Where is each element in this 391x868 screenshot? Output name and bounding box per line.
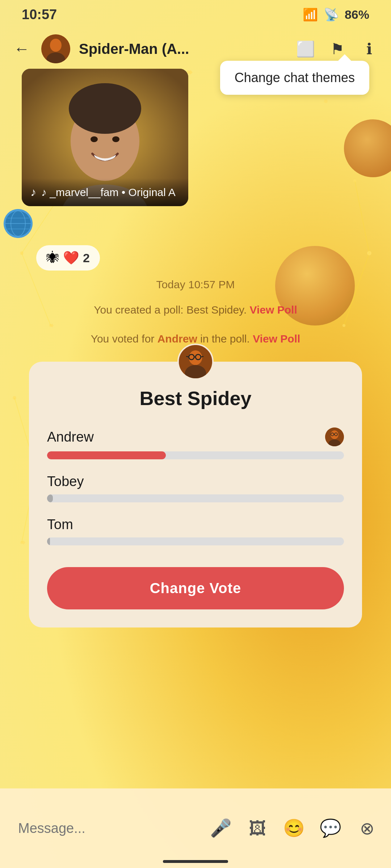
nav-actions: ⬜ ⚑ ℹ	[295, 38, 380, 60]
poll-option-andrew-name: Andrew	[47, 429, 94, 445]
poll-voted-msg: You voted for Andrew in the poll. View P…	[0, 333, 391, 345]
poll-option-tobey: Tobey	[47, 474, 344, 502]
sender-avatar-img	[4, 209, 33, 238]
video-icon: ⬜	[296, 40, 315, 58]
chat-bubble-icon: 💬	[320, 818, 341, 838]
status-time: 10:57	[22, 7, 57, 22]
poll-option-andrew: Andrew	[47, 427, 344, 459]
poll-bar-tobey-fill	[47, 494, 53, 502]
mic-button[interactable]: 🎤	[208, 815, 234, 841]
poll-option-tom-label: Tom	[47, 517, 344, 532]
music-text: ♪ _marvel__fam • Original A	[41, 186, 176, 199]
poll-voted-link[interactable]: View Poll	[253, 333, 300, 345]
sticker-button[interactable]: 😊	[281, 815, 307, 841]
poll-bar-andrew-bg	[47, 451, 344, 459]
message-input[interactable]	[11, 812, 197, 844]
chat-bubble-button[interactable]: 💬	[318, 815, 344, 841]
status-bar: 10:57 📶 📡 86%	[0, 0, 391, 29]
mic-icon: 🎤	[210, 818, 232, 838]
poll-option-tobey-label: Tobey	[47, 474, 344, 489]
video-overlay: ♪ ♪ _marvel__fam • Original A	[22, 178, 188, 206]
info-button[interactable]: ℹ	[358, 38, 380, 60]
close-button[interactable]: ⊗	[354, 815, 380, 841]
spider-emoji: 🕷	[46, 250, 59, 265]
poll-bar-tobey-bg	[47, 494, 344, 502]
heart-emoji: ❤️	[63, 250, 79, 265]
change-vote-button[interactable]: Change Vote	[47, 567, 344, 609]
poll-option-tom: Tom	[47, 517, 344, 545]
reaction-count: 2	[83, 251, 90, 265]
back-arrow-icon: ←	[14, 40, 30, 58]
poll-option-tom-name: Tom	[47, 517, 73, 532]
chat-area: ♪ ♪ _marvel__fam • Original A 🕷 ❤️ 2 Tod…	[0, 69, 391, 788]
image-icon: 🖼	[249, 818, 266, 838]
poll-card: Best Spidey Andrew	[29, 362, 362, 627]
battery-level: 86%	[345, 8, 369, 22]
reaction-bar[interactable]: 🕷 ❤️ 2	[36, 245, 100, 271]
poll-created-text: You created a poll: Best Spidey.	[94, 304, 249, 316]
poll-title: Best Spidey	[47, 387, 344, 409]
tooltip-text: Change chat themes	[235, 70, 355, 85]
info-icon: ℹ	[366, 40, 372, 58]
back-button[interactable]: ←	[11, 38, 33, 60]
svg-point-29	[112, 136, 119, 142]
close-circle-icon: ⊗	[360, 818, 374, 838]
signal-icon: 📡	[324, 7, 339, 22]
image-button[interactable]: 🖼	[244, 815, 270, 841]
poll-bar-tom-fill	[47, 537, 50, 545]
poll-option-andrew-label: Andrew	[47, 427, 344, 446]
status-icons: 📶 📡 86%	[303, 7, 369, 22]
timestamp-text: Today 10:57 PM	[156, 278, 235, 290]
sticker-icon: 😊	[283, 818, 305, 838]
svg-point-28	[91, 136, 98, 142]
tooltip: Change chat themes	[220, 61, 369, 95]
poll-voted-text: You voted for	[91, 333, 157, 345]
video-music-info: ♪ ♪ _marvel__fam • Original A	[30, 186, 180, 199]
poll-voted-name: Andrew	[157, 333, 197, 345]
music-icon: ♪	[30, 186, 36, 199]
poll-option-andrew-avatar	[325, 427, 344, 446]
wifi-icon: 📶	[303, 7, 318, 22]
input-bar: 🎤 🖼 😊 💬 ⊗	[0, 788, 391, 868]
svg-point-21	[50, 39, 62, 52]
avatar[interactable]	[41, 34, 70, 63]
sender-avatar	[4, 209, 33, 238]
poll-option-tobey-name: Tobey	[47, 474, 84, 489]
timestamp: Today 10:57 PM	[0, 278, 391, 291]
poll-bar-andrew-fill	[47, 451, 166, 459]
video-message[interactable]: ♪ ♪ _marvel__fam • Original A	[22, 69, 188, 206]
poll-bar-tom-bg	[47, 537, 344, 545]
video-call-button[interactable]: ⬜	[295, 38, 316, 60]
bottom-indicator	[163, 860, 228, 863]
poll-sender-avatar	[177, 344, 214, 380]
poll-created-msg: You created a poll: Best Spidey. View Po…	[0, 304, 391, 316]
poll-created-link[interactable]: View Poll	[250, 304, 297, 316]
poll-voted-mid: in the poll.	[197, 333, 253, 345]
chat-title: Spider-Man (A...	[79, 41, 286, 57]
svg-point-27	[69, 83, 141, 134]
